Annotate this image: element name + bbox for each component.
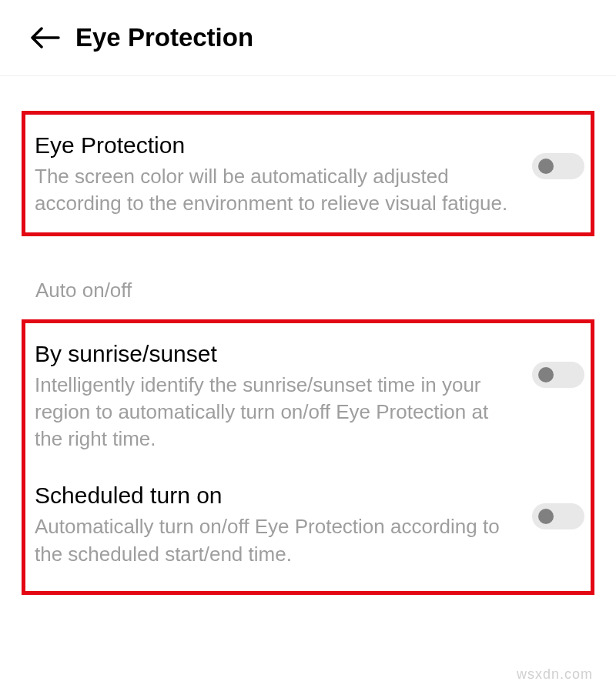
- toggle-knob-icon: [538, 509, 554, 524]
- eye-protection-row[interactable]: Eye Protection The screen color will be …: [35, 124, 591, 223]
- main-settings-group: Eye Protection The screen color will be …: [0, 111, 616, 236]
- back-arrow-icon: [31, 27, 60, 48]
- eye-protection-description: The screen color will be automatically a…: [35, 163, 517, 217]
- toggle-knob-icon: [538, 367, 554, 382]
- sunrise-sunset-text: By sunrise/sunset Intelligently identify…: [35, 339, 532, 453]
- scheduled-description: Automatically turn on/off Eye Protection…: [35, 513, 517, 567]
- auto-section-label: Auto on/off: [0, 236, 616, 319]
- page-title: Eye Protection: [75, 23, 253, 52]
- auto-settings-highlight: By sunrise/sunset Intelligently identify…: [22, 319, 594, 594]
- eye-protection-title: Eye Protection: [35, 130, 517, 160]
- eye-protection-highlight: Eye Protection The screen color will be …: [22, 111, 594, 236]
- watermark: wsxdn.com: [517, 666, 593, 683]
- sunrise-sunset-toggle[interactable]: [532, 362, 584, 388]
- scheduled-row[interactable]: Scheduled turn on Automatically turn on/…: [35, 466, 591, 581]
- eye-protection-toggle[interactable]: [532, 153, 584, 179]
- sunrise-sunset-title: By sunrise/sunset: [35, 339, 517, 369]
- content: Eye Protection The screen color will be …: [0, 111, 616, 595]
- eye-protection-text: Eye Protection The screen color will be …: [35, 130, 532, 217]
- sunrise-sunset-row[interactable]: By sunrise/sunset Intelligently identify…: [35, 332, 591, 466]
- sunrise-sunset-description: Intelligently identify the sunrise/sunse…: [35, 372, 517, 453]
- scheduled-toggle[interactable]: [532, 503, 584, 529]
- header: Eye Protection: [0, 0, 616, 76]
- scheduled-title: Scheduled turn on: [35, 480, 517, 510]
- scheduled-text: Scheduled turn on Automatically turn on/…: [35, 480, 532, 567]
- toggle-knob-icon: [538, 159, 554, 174]
- back-button[interactable]: [31, 23, 60, 52]
